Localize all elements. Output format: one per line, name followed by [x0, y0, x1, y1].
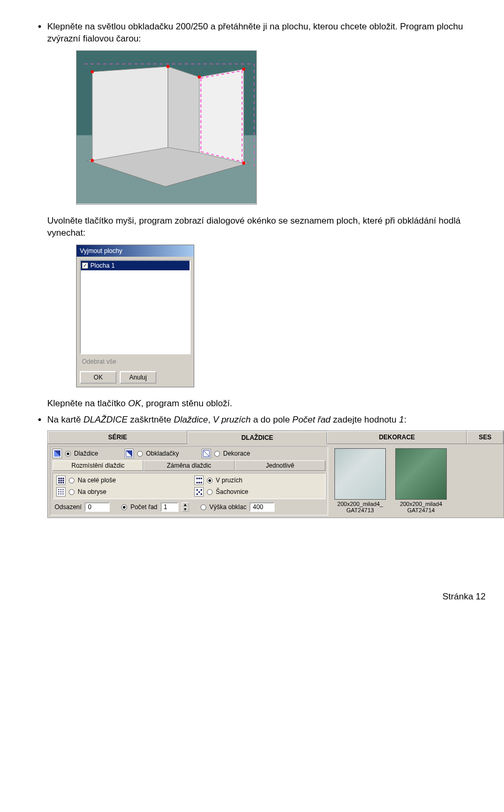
- tile-label-a2: GAT24713: [334, 507, 386, 513]
- tile-type-icon: [124, 449, 134, 458]
- svg-marker-1: [92, 67, 168, 161]
- dialog-listbox[interactable]: ✓ Plocha 1: [80, 260, 191, 354]
- radio-cela-plose[interactable]: [69, 478, 75, 483]
- dialog-remove-all[interactable]: Odebrat vše: [82, 357, 188, 366]
- dialog-cancel-button[interactable]: Anuluj: [120, 371, 156, 384]
- radio-obrys-label: Na obryse: [78, 488, 107, 495]
- tile-swatch-a[interactable]: 200x200_milad4_ GAT24713: [334, 448, 386, 515]
- dialog-title: Vyjmout plochy: [77, 245, 194, 257]
- svg-point-10: [91, 159, 94, 162]
- svg-marker-2: [168, 67, 200, 153]
- radio-na-obryse[interactable]: [69, 489, 75, 495]
- svg-point-6: [91, 70, 94, 73]
- figure-dialog: Vyjmout plochy ✓ Plocha 1 Odebrat vše OK…: [76, 245, 486, 388]
- dialog-item-plocha1[interactable]: ✓ Plocha 1: [81, 261, 190, 270]
- tile-label-b1: 200x200_milad4: [395, 501, 447, 507]
- page-footer: Stránka 12: [18, 518, 486, 602]
- bullet-1: Klepněte na světlou obkladačku 200/250 a…: [47, 21, 486, 410]
- vyska-label: Výška obklac: [209, 503, 247, 511]
- radio-dlazdice-label: Dlaždice: [74, 450, 121, 457]
- bullet-2: Na kartě DLAŽDICE zaškrtněte Dlaždice, V…: [47, 414, 486, 426]
- grid-checker-icon: [194, 487, 204, 497]
- tab-dekorace[interactable]: DEKORACE: [327, 431, 467, 444]
- radio-vyska[interactable]: [201, 504, 206, 510]
- tile-type-icon: [202, 449, 211, 458]
- radio-pocet-rad[interactable]: [121, 504, 127, 510]
- dialog-ok-button[interactable]: OK: [80, 371, 117, 384]
- grid-outline-icon: [56, 487, 66, 497]
- radio-pruzy-label: V pruzích: [216, 477, 243, 484]
- radio-sach-label: Šachovnice: [216, 488, 248, 495]
- tile-thumbnail: [334, 448, 386, 500]
- tab-serie[interactable]: SÉRIE: [48, 431, 187, 444]
- bullet-1-text-b: Uvolněte tlačítko myši, program zobrazí …: [47, 216, 460, 238]
- pocet-spinner[interactable]: ▲ ▼: [182, 502, 189, 512]
- subtab-rozmisteni[interactable]: Rozmístění dlaždic: [52, 460, 143, 471]
- figure-3d-room: [76, 50, 486, 205]
- odsazeni-input[interactable]: [85, 502, 110, 512]
- odsazeni-label: Odsazení: [55, 503, 81, 511]
- radio-v-pruzich[interactable]: [207, 478, 213, 483]
- radio-obkladacky[interactable]: [137, 451, 143, 457]
- radio-dlazdice[interactable]: [65, 451, 71, 457]
- radio-cela-label: Na celé ploše: [78, 477, 116, 484]
- bullet-1-text-a: Klepněte na světlou obkladačku 200/250 a…: [47, 22, 463, 44]
- dialog-item-label: Plocha 1: [90, 261, 115, 270]
- radio-obkladacky-label: Obkladačky: [146, 450, 198, 457]
- subtab-zamena[interactable]: Záměna dlaždic: [143, 460, 234, 471]
- grid-full-icon: [56, 476, 66, 485]
- radio-dekorace-label: Dekorace: [223, 450, 250, 457]
- pocet-label: Počet řad: [130, 503, 157, 511]
- grid-stripe-icon: [194, 476, 204, 485]
- tile-thumbnail: [395, 448, 447, 500]
- spin-up-icon[interactable]: ▲: [182, 502, 189, 507]
- svg-point-9: [242, 68, 245, 71]
- tab-ses[interactable]: SES: [467, 431, 503, 444]
- svg-point-11: [242, 162, 245, 165]
- tile-swatch-b[interactable]: 200x200_milad4 GAT24714: [395, 448, 447, 515]
- svg-point-7: [166, 65, 170, 68]
- bullet-1-text-c-pre: Klepněte na tlačítko: [47, 398, 128, 408]
- figure-tile-panel: SÉRIE DLAŽDICE DEKORACE SES Dlaždice Obk…: [47, 430, 504, 518]
- tile-label-b2: GAT24714: [395, 507, 447, 513]
- svg-marker-3: [200, 69, 244, 163]
- vyska-input[interactable]: [249, 502, 275, 512]
- spin-down-icon[interactable]: ▼: [182, 507, 189, 512]
- tab-dlazdice[interactable]: DLAŽDICE: [187, 431, 327, 444]
- tile-type-icon: [52, 449, 62, 458]
- checkbox-icon[interactable]: ✓: [82, 262, 88, 269]
- bullet-1-text-c-ok: OK: [128, 398, 141, 408]
- bullet-1-text-c-post: , program stěnu obloží.: [141, 398, 233, 408]
- radio-dekorace[interactable]: [214, 451, 220, 457]
- subtab-jednotlive[interactable]: Jednotlivě: [235, 460, 326, 471]
- pocet-input[interactable]: [161, 502, 178, 512]
- svg-point-8: [198, 76, 201, 79]
- tile-label-a1: 200x200_milad4_: [334, 501, 386, 507]
- radio-sachovnice[interactable]: [207, 489, 213, 495]
